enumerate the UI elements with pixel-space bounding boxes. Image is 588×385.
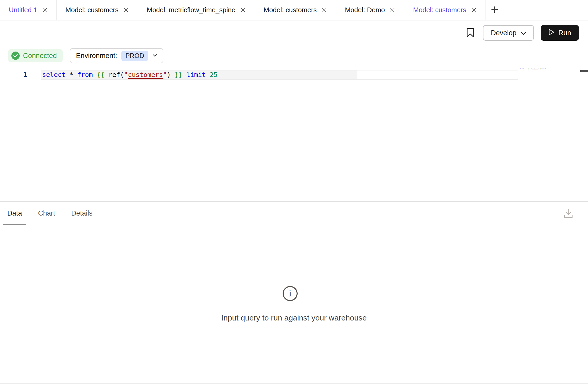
code-token: " — [163, 71, 167, 79]
toolbar: Develop Run — [0, 20, 588, 45]
results-panel: Data Chart Details i Input query to run … — [0, 201, 588, 384]
scrollbar-track-divider — [580, 70, 580, 199]
results-tab-label: Details — [71, 209, 93, 217]
code-token: from — [77, 71, 97, 79]
tab-label: Model: customers — [264, 6, 317, 14]
chevron-down-icon — [152, 53, 157, 58]
minimap-token: customers — [532, 68, 538, 69]
info-icon-glyph: i — [289, 289, 292, 298]
code-token: }} — [175, 71, 186, 79]
code-token: {{ — [97, 71, 108, 79]
environment-select[interactable]: Environment: PROD — [70, 48, 163, 63]
results-tab-label: Chart — [38, 209, 55, 217]
code-line-text: select * from {{ ref("customers") }} lim… — [41, 70, 518, 79]
code-token: ) — [167, 71, 175, 79]
sql-code-editor[interactable]: 1 select * from {{ ref("customers") }} l… — [0, 66, 588, 201]
develop-button-label: Develop — [491, 29, 516, 37]
editor-active-line[interactable]: select * from {{ ref("customers") }} lim… — [41, 70, 518, 80]
tab-model-demo[interactable]: Model: Demo — [336, 0, 405, 20]
tab-model-customers-1[interactable]: Model: customers — [57, 0, 138, 20]
tab-model-metricflow-time-spine[interactable]: Model: metricflow_time_spine — [138, 0, 255, 20]
code-token: 25 — [210, 71, 217, 79]
tab-label: Model: Demo — [345, 6, 385, 14]
tab-model-customers-3[interactable]: Model: customers — [404, 0, 486, 20]
close-tab-icon[interactable] — [321, 7, 327, 13]
check-circle-icon — [11, 52, 20, 60]
tab-label: Untitled 1 — [9, 6, 37, 14]
tab-label: Model: customers — [413, 6, 466, 14]
results-tab-bar: Data Chart Details — [0, 202, 588, 225]
develop-button[interactable]: Develop — [483, 25, 534, 41]
connection-status-badge: Connected — [8, 49, 63, 62]
status-row: Connected Environment: PROD — [0, 45, 588, 66]
minimap-token: ref( — [530, 68, 532, 69]
minimap-token: from — [525, 68, 528, 69]
download-icon — [563, 216, 573, 220]
code-token: ref( — [108, 71, 124, 79]
code-token: " — [124, 71, 128, 79]
minimap-token: {{ — [528, 68, 530, 69]
code-token: * — [69, 71, 77, 79]
results-empty-state: i Input query to run against your wareho… — [0, 225, 588, 322]
run-button-label: Run — [558, 29, 571, 37]
connection-status-label: Connected — [23, 52, 57, 60]
minimap-token: select — [519, 68, 523, 69]
code-token: limit — [186, 71, 210, 79]
close-tab-icon[interactable] — [471, 7, 477, 13]
minimap[interactable]: select * from {{ ref("customers") }} lim… — [519, 68, 580, 79]
close-tab-icon[interactable] — [123, 7, 129, 13]
tab-details[interactable]: Details — [67, 202, 97, 225]
minimap-code-preview: select * from {{ ref("customers") }} lim… — [519, 68, 528, 69]
editor-tab-bar: Untitled 1 Model: customers Model: metri… — [0, 0, 588, 20]
environment-value-badge: PROD — [121, 51, 148, 61]
minimap-token: 25 — [545, 68, 546, 69]
tab-untitled-1[interactable]: Untitled 1 — [0, 0, 57, 20]
results-tab-label: Data — [7, 209, 22, 217]
bookmark-button[interactable] — [464, 25, 476, 41]
tab-chart[interactable]: Chart — [34, 202, 59, 225]
bookmark-icon — [466, 28, 474, 38]
environment-label: Environment: — [76, 52, 117, 60]
info-icon: i — [283, 286, 298, 301]
editor-line-number: 1 — [0, 70, 27, 79]
code-token-ref-link[interactable]: customers — [128, 71, 163, 79]
tab-label: Model: customers — [65, 6, 119, 14]
play-icon — [548, 29, 555, 37]
close-tab-icon[interactable] — [240, 7, 246, 13]
code-token: select — [42, 71, 69, 79]
tab-label: Model: metricflow_time_spine — [147, 6, 235, 14]
download-results-button[interactable] — [563, 208, 574, 219]
run-button[interactable]: Run — [541, 25, 579, 41]
plus-icon — [490, 5, 499, 15]
tab-model-customers-2[interactable]: Model: customers — [255, 0, 336, 20]
close-tab-icon[interactable] — [389, 7, 395, 13]
tab-data[interactable]: Data — [3, 202, 26, 225]
close-tab-icon[interactable] — [42, 7, 48, 13]
minimap-token: limit — [541, 68, 545, 69]
chevron-down-icon — [520, 29, 526, 37]
add-tab-button[interactable] — [486, 0, 505, 20]
minimap-token: }} — [540, 68, 541, 69]
bottom-divider — [0, 383, 588, 384]
editor-scrollbar-thumb[interactable] — [580, 70, 588, 72]
empty-state-message: Input query to run against your warehous… — [221, 313, 367, 322]
